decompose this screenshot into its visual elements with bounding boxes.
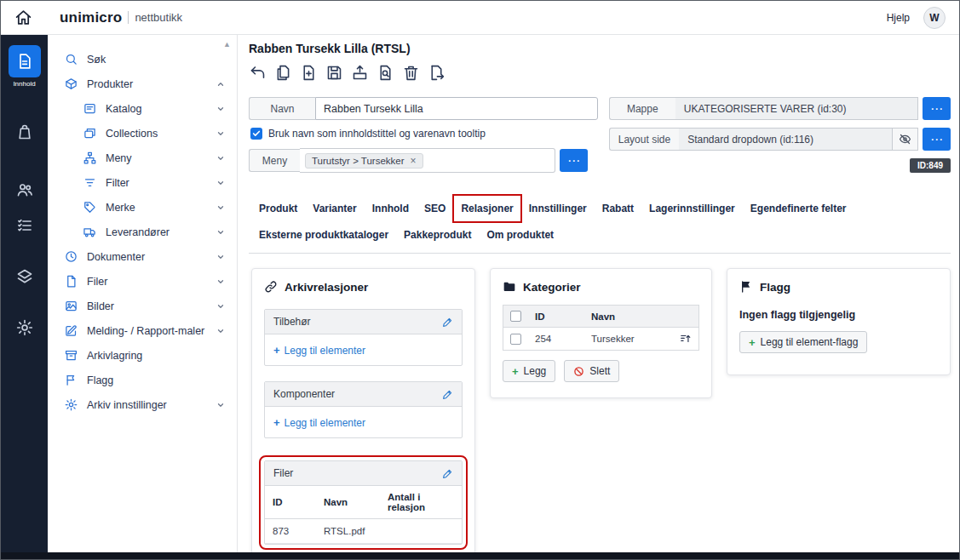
meny-picker-button[interactable]: ⋯	[560, 149, 588, 172]
chevron-down-icon[interactable]	[216, 154, 225, 163]
undo-icon[interactable]	[249, 64, 267, 82]
kategori-id-cell: 254	[528, 328, 584, 351]
meny-chip-label: Turutstyr > Tursekker	[312, 156, 405, 166]
tab-egendefinerte-felter[interactable]: Egendefinerte felter	[750, 203, 847, 214]
chevron-down-icon[interactable]	[216, 302, 225, 311]
preview-toggle-button[interactable]	[893, 128, 918, 151]
chevron-down-icon[interactable]	[216, 228, 225, 237]
kategori-row[interactable]: 254 Tursekker	[503, 328, 699, 351]
settings-gear-icon	[65, 398, 78, 411]
file-row[interactable]: 873 RTSL.pdf	[265, 519, 462, 544]
add-komponenter-link[interactable]: + Legg til elementer	[273, 416, 365, 429]
sidebar-item-filter[interactable]: Filter	[48, 170, 237, 195]
user-avatar[interactable]: W	[923, 7, 946, 29]
image-icon	[65, 300, 78, 312]
filter-icon	[83, 176, 96, 189]
add-element-flagg-button[interactable]: + Legg til element-flagg	[739, 331, 867, 353]
tab-innstillinger[interactable]: Innstillinger	[529, 203, 587, 214]
sidebar-item-arkivlagring[interactable]: Arkivlagring	[48, 343, 237, 368]
publish-icon[interactable]	[351, 64, 369, 82]
tab-om-produktet[interactable]: Om produktet	[486, 229, 554, 241]
col-id: ID	[265, 486, 316, 519]
chevron-down-icon[interactable]	[216, 327, 225, 335]
tab-produkt[interactable]: Produkt	[259, 203, 297, 214]
slett-button[interactable]: Slett	[564, 360, 619, 382]
file-icon	[65, 275, 78, 288]
mappe-picker-button[interactable]: ⋯	[923, 97, 951, 120]
chevron-down-icon[interactable]	[216, 253, 225, 261]
sidebar-item-melding-rapport-maler[interactable]: Melding- / Rapport-maler	[48, 318, 237, 343]
move-document-icon[interactable]	[428, 64, 446, 82]
sidebar-item-meny[interactable]: Meny	[48, 146, 237, 170]
add-tilbehor-link[interactable]: + Legg til elementer	[273, 344, 365, 357]
card-title: Arkivrelasjoner	[285, 281, 368, 294]
tab-lagerinnstillinger[interactable]: Lagerinnstillinger	[649, 203, 735, 214]
layers-icon[interactable]	[16, 268, 33, 285]
tab-seo[interactable]: SEO	[424, 203, 446, 214]
new-document-icon[interactable]	[300, 64, 318, 82]
edit-pencil-icon[interactable]	[442, 468, 453, 479]
chevron-down-icon[interactable]	[216, 401, 225, 409]
users-icon[interactable]	[16, 181, 33, 198]
sidebar-item-katalog[interactable]: Katalog	[48, 96, 237, 121]
delete-icon[interactable]	[402, 64, 420, 82]
sidebar-item-merke[interactable]: Merke	[48, 195, 237, 220]
help-link[interactable]: Hjelp	[887, 12, 910, 24]
sidebar-item-bilder[interactable]: Bilder	[48, 294, 237, 318]
sidebar-item-leverandorer[interactable]: Leverandører	[48, 220, 237, 244]
sidebar-item-dokumenter[interactable]: Dokumenter	[48, 244, 237, 269]
tab-eksterne-produktkataloger[interactable]: Eksterne produktkataloger	[259, 229, 388, 241]
edit-pencil-icon[interactable]	[442, 317, 453, 328]
save-icon[interactable]	[325, 64, 343, 82]
innhold-active-tile[interactable]	[9, 45, 41, 77]
tab-varianter[interactable]: Varianter	[313, 203, 356, 214]
mappe-value: UKATEGORISERTE VARER (id:30)	[675, 97, 918, 120]
sidebar-item-arkiv-innstillinger[interactable]: Arkiv innstillinger	[48, 392, 237, 417]
tab-pakkeprodukt[interactable]: Pakkeprodukt	[404, 229, 471, 241]
tab-relasjoner[interactable]: Relasjoner	[461, 203, 513, 214]
home-icon[interactable]	[14, 9, 32, 26]
navn-input[interactable]	[315, 97, 598, 120]
chevron-down-icon[interactable]	[216, 179, 225, 187]
tab-rabatt[interactable]: Rabatt	[602, 203, 634, 214]
meny-field[interactable]: Turutstyr > Tursekker ×	[300, 148, 555, 173]
row-checkbox[interactable]	[510, 334, 521, 345]
sidebar-item-filer[interactable]: Filer	[48, 269, 237, 294]
sidebar-item-label: Filter	[106, 177, 129, 189]
page-title: Rabben Tursekk Lilla (RTSL)	[249, 42, 951, 55]
edit-pencil-icon[interactable]	[442, 389, 453, 400]
chevron-down-icon[interactable]	[216, 129, 225, 138]
prohibit-icon	[573, 366, 584, 377]
kategorier-buttons: + Legg Slett	[503, 360, 699, 382]
sidebar-item-flagg[interactable]: Flagg	[48, 368, 237, 392]
layout-picker-button[interactable]: ⋯	[923, 128, 951, 151]
chevron-up-icon[interactable]	[216, 80, 225, 89]
chevron-down-icon[interactable]	[216, 203, 225, 212]
chevron-down-icon[interactable]	[216, 105, 225, 113]
sort-icon[interactable]	[680, 333, 692, 345]
chip-remove-icon[interactable]: ×	[411, 156, 417, 166]
sidebar-item-collections[interactable]: Collections	[48, 121, 237, 146]
versions-icon[interactable]	[274, 64, 292, 82]
form-left-column: Navn Bruk navn som innholdstittel og var…	[249, 97, 609, 180]
scroll-up-arrow[interactable]: ▲	[223, 40, 231, 49]
card-title: Kategorier	[523, 281, 581, 294]
sidebar-item-sok[interactable]: Søk	[48, 47, 237, 71]
legg-button[interactable]: + Legg	[503, 360, 555, 382]
tab-innhold[interactable]: Innhold	[372, 203, 409, 214]
checked-checkbox[interactable]	[250, 128, 262, 140]
select-all-checkbox[interactable]	[510, 311, 521, 322]
sidebar-item-produkter[interactable]: Produkter	[48, 71, 237, 96]
preview-icon[interactable]	[377, 64, 394, 82]
chevron-down-icon[interactable]	[216, 277, 225, 286]
plus-icon: +	[273, 344, 280, 357]
rail-item-label: Innhold	[13, 80, 35, 88]
gear-icon[interactable]	[16, 319, 33, 336]
rail-item-innhold[interactable]: Innhold	[9, 45, 41, 88]
brand-name: unimicro	[60, 9, 122, 26]
edit-icon	[65, 324, 78, 337]
add-link-label: Legg til elementer	[285, 417, 365, 429]
checklist-icon[interactable]	[16, 217, 33, 234]
shop-bag-icon[interactable]	[16, 123, 33, 140]
section-title: Komponenter	[273, 388, 335, 400]
